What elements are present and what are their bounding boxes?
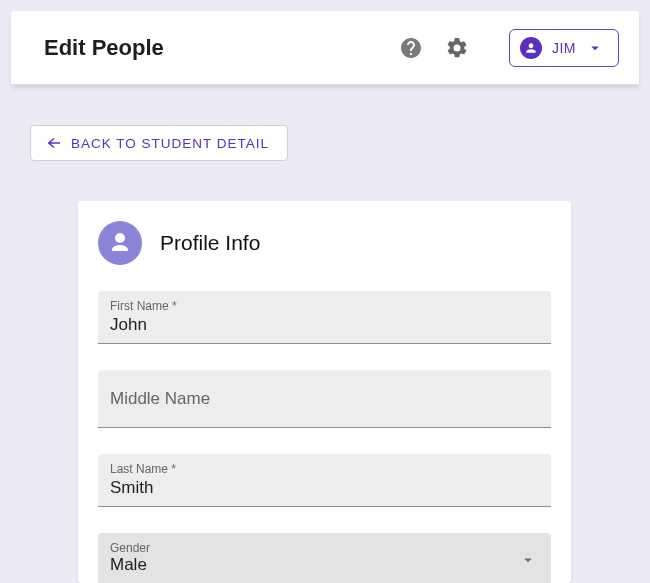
user-menu[interactable]: JIM (509, 29, 619, 67)
first-name-field[interactable]: First Name * John (98, 291, 551, 344)
app-header: Edit People JIM (11, 11, 639, 85)
arrow-left-icon (45, 135, 63, 151)
dropdown-arrow-icon (519, 551, 537, 573)
gender-label: Gender (110, 541, 539, 555)
card-header: Profile Info (98, 221, 551, 265)
gender-value: Male (110, 555, 539, 575)
first-name-value: John (110, 315, 539, 335)
user-avatar-icon (520, 37, 542, 59)
first-name-label: First Name * (110, 299, 539, 313)
card-title: Profile Info (160, 231, 260, 255)
back-button-label: BACK TO STUDENT DETAIL (71, 136, 269, 151)
last-name-field[interactable]: Last Name * Smith (98, 454, 551, 507)
last-name-value: Smith (110, 478, 539, 498)
content-area: BACK TO STUDENT DETAIL Profile Info Firs… (0, 85, 650, 583)
gender-select[interactable]: Gender Male (98, 533, 551, 583)
profile-avatar-icon (98, 221, 142, 265)
header-actions: JIM (399, 29, 619, 67)
user-name: JIM (552, 40, 576, 56)
profile-info-card: Profile Info First Name * John Middle Na… (78, 201, 571, 583)
help-icon[interactable] (399, 36, 423, 60)
page-title: Edit People (44, 35, 399, 61)
back-to-student-detail-button[interactable]: BACK TO STUDENT DETAIL (30, 125, 288, 161)
settings-icon[interactable] (445, 36, 469, 60)
last-name-label: Last Name * (110, 462, 539, 476)
chevron-down-icon (586, 39, 604, 57)
middle-name-placeholder: Middle Name (110, 389, 539, 409)
middle-name-field[interactable]: Middle Name (98, 370, 551, 428)
